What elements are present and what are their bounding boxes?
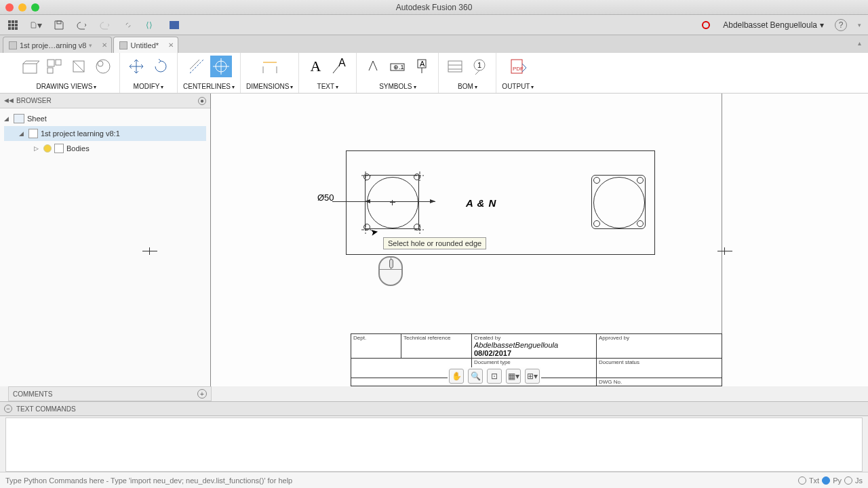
close-window-button[interactable]: [5, 3, 14, 12]
svg-text:PDF: PDF: [513, 66, 524, 72]
ribbon-label[interactable]: BOM: [458, 83, 477, 90]
collapse-textcmd-icon[interactable]: −: [4, 405, 12, 413]
feature-control-frame-icon[interactable]: ⊕.1: [387, 56, 408, 77]
record-icon[interactable]: [700, 19, 712, 31]
ribbon-label[interactable]: SYMBOLS: [379, 83, 416, 90]
dimension-icon[interactable]: [259, 56, 281, 77]
addins-icon[interactable]: [168, 19, 180, 31]
collapse-browser-icon[interactable]: ◀◀: [4, 97, 12, 105]
drawing-part-right[interactable]: [591, 175, 646, 229]
display-settings-icon[interactable]: ▦▾: [506, 369, 521, 384]
table-icon[interactable]: [444, 56, 466, 77]
ribbon-group-bom: 1 BOM: [439, 53, 496, 93]
maximize-window-button[interactable]: [31, 3, 39, 12]
ribbon-label[interactable]: CENTERLINES: [183, 83, 235, 90]
center-mark-icon[interactable]: [210, 56, 232, 77]
file-menu-icon[interactable]: ▾: [30, 19, 42, 31]
tb-createdby-label: Created by: [474, 335, 594, 341]
doc-icon: [119, 41, 127, 49]
lang-txt-radio[interactable]: [798, 476, 806, 485]
script-icon[interactable]: ⟨⟩: [145, 19, 157, 31]
base-view-icon[interactable]: [19, 56, 41, 77]
ribbon-group-symbols: ⊕.1 A SYMBOLS: [357, 53, 439, 93]
balloon-icon[interactable]: 1: [469, 56, 490, 77]
zoom-icon[interactable]: 🔍: [468, 369, 483, 384]
ribbon-label[interactable]: MODIFY: [134, 83, 164, 90]
drawing-part-left[interactable]: [365, 175, 419, 229]
expand-icon[interactable]: ◢: [19, 130, 26, 137]
browser-panel: ◀◀ BROWSER ● ◢ Sheet ◢ 1st project learn…: [0, 94, 210, 386]
tab-label: Untitled*: [130, 41, 159, 49]
output-pdf-icon[interactable]: PDF: [507, 56, 529, 77]
ribbon-label[interactable]: DRAWING VIEWS: [37, 83, 97, 90]
navigation-bar: ✋ 🔍 ⊡ ▦▾ ⊞▾: [448, 367, 541, 385]
datum-icon[interactable]: A: [411, 56, 433, 77]
svg-line-29: [475, 70, 479, 75]
tree-label: Sheet: [27, 115, 47, 123]
pan-icon[interactable]: ✋: [449, 369, 464, 384]
command-input[interactable]: [5, 476, 798, 485]
help-icon[interactable]: ?: [835, 19, 847, 31]
tree-item-project[interactable]: ◢ 1st project learning v8:1: [4, 126, 206, 141]
lang-js-radio[interactable]: [844, 476, 852, 485]
document-tabs: 1st proje…arning v8 ▾ ✕ Untitled* ✕ ▴: [0, 35, 868, 53]
leader-text-icon[interactable]: A: [329, 56, 351, 77]
visibility-icon[interactable]: [43, 144, 52, 152]
browser-settings-icon[interactable]: ●: [198, 97, 206, 105]
tree-item-bodies[interactable]: ▷ Bodies: [4, 141, 206, 156]
save-icon[interactable]: [53, 19, 65, 31]
text-commands-output[interactable]: [5, 418, 863, 472]
tooltip: Select hole or rounded edge: [383, 237, 486, 249]
zoom-window-icon[interactable]: ⊡: [487, 369, 502, 384]
comments-panel-header[interactable]: COMMENTS +: [8, 386, 212, 401]
user-menu[interactable]: Abdelbasset Benguelloula ▾: [723, 20, 824, 30]
lang-py-radio[interactable]: [822, 476, 830, 485]
svg-text:1: 1: [477, 61, 481, 69]
ribbon-label[interactable]: OUTPUT: [502, 83, 534, 90]
data-panel-icon[interactable]: [7, 19, 19, 31]
detail-view-icon[interactable]: [92, 56, 114, 77]
move-icon[interactable]: [125, 56, 147, 77]
minimize-window-button[interactable]: [18, 3, 26, 12]
link-icon[interactable]: [122, 19, 134, 31]
browser-tree: ◢ Sheet ◢ 1st project learning v8:1 ▷ Bo…: [0, 108, 210, 159]
ribbon-group-text: A A TEXT: [299, 53, 357, 93]
ribbon-group-output: PDF OUTPUT: [496, 53, 539, 93]
document-tab[interactable]: 1st proje…arning v8 ▾ ✕: [3, 37, 112, 53]
rotate-icon[interactable]: [150, 56, 172, 77]
projected-view-icon[interactable]: [43, 56, 65, 77]
mouse-hint-icon: [378, 256, 403, 286]
text-icon[interactable]: A: [304, 56, 326, 77]
tb-doctype-label: Document type: [474, 359, 594, 365]
undo-icon[interactable]: [76, 19, 88, 31]
redo-icon[interactable]: [99, 19, 111, 31]
add-comment-icon[interactable]: +: [197, 389, 207, 399]
ribbon-toolbar: DRAWING VIEWS MODIFY CENTERLINES DIMENSI…: [0, 53, 868, 94]
window-controls: [5, 3, 39, 12]
lang-js-label: Js: [855, 476, 863, 485]
close-tab-icon[interactable]: ✕: [102, 41, 107, 49]
drawing-canvas[interactable]: Ø50 A & N ➤ Select hole or rounded edge …: [210, 94, 868, 386]
section-view-icon[interactable]: [68, 56, 90, 77]
grid-settings-icon[interactable]: ⊞▾: [525, 369, 540, 384]
svg-point-9: [98, 61, 103, 66]
cursor-icon: ➤: [370, 226, 380, 238]
svg-rect-2: [23, 64, 37, 73]
tab-label: 1st proje…arning v8: [20, 41, 86, 49]
tb-createdby-value: AbdelbassetBenguelloula: [474, 341, 558, 349]
document-tab[interactable]: Untitled* ✕: [113, 37, 178, 53]
ribbon-label[interactable]: DIMENSIONS: [246, 83, 293, 90]
text-commands-header[interactable]: − TEXT COMMANDS: [0, 401, 868, 416]
close-tab-icon[interactable]: ✕: [168, 41, 174, 49]
ribbon-label[interactable]: TEXT: [317, 83, 339, 90]
centerline-icon[interactable]: [186, 56, 208, 77]
tab-dropdown-icon[interactable]: ▾: [89, 42, 92, 49]
tb-date-value: 08/02/2017: [474, 349, 511, 357]
annotation-label[interactable]: A & N: [466, 197, 496, 209]
status-bar: Txt Py Js: [0, 472, 868, 488]
tree-item-sheet[interactable]: ◢ Sheet: [4, 111, 206, 126]
collapse-tabs-icon[interactable]: ▴: [853, 37, 865, 49]
expand-icon[interactable]: ▷: [34, 145, 41, 152]
expand-icon[interactable]: ◢: [4, 115, 11, 122]
surface-texture-icon[interactable]: [362, 56, 384, 77]
